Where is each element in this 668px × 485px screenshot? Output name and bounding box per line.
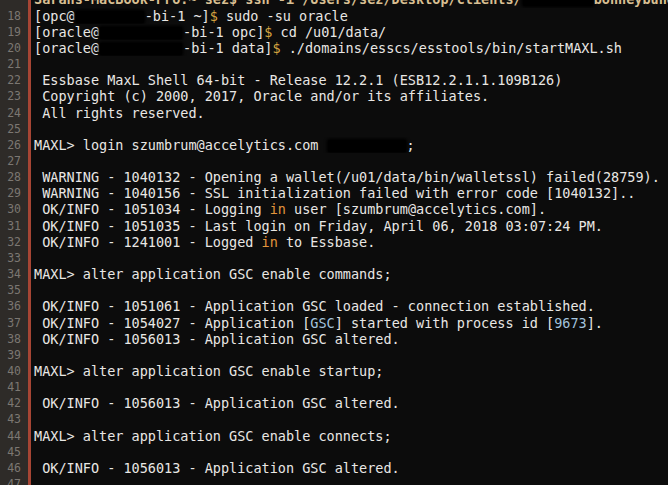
terminal-line-text bbox=[31, 56, 668, 72]
terminal-text-segment: GSC bbox=[310, 315, 334, 331]
line-number: 44 bbox=[0, 428, 31, 444]
terminal-text-segment: OK/INFO - 1241001 - Logged bbox=[34, 234, 262, 250]
terminal-text-segment: in bbox=[262, 234, 278, 250]
line-number: 32 bbox=[0, 234, 31, 250]
terminal-text-segment: -bi-1 opc] bbox=[183, 24, 264, 40]
terminal-text-segment: MAXL> alter application GSC enable conne… bbox=[34, 428, 392, 444]
line-number: 23 bbox=[0, 88, 31, 104]
redaction-box bbox=[328, 140, 406, 152]
terminal-line: 35 bbox=[0, 282, 668, 298]
line-number: 42 bbox=[0, 395, 31, 411]
terminal-text-segment: $ bbox=[210, 8, 218, 24]
terminal-line: 21 bbox=[0, 56, 668, 72]
terminal-text-segment: sudo -su oracle bbox=[218, 8, 348, 24]
terminal-line: 33 bbox=[0, 250, 668, 266]
terminal-text-segment: OK/INFO - 1056013 - Application GSC alte… bbox=[34, 460, 400, 476]
terminal-line-text bbox=[31, 250, 668, 266]
line-number: 34 bbox=[0, 266, 31, 282]
line-number: 38 bbox=[0, 331, 31, 347]
terminal-text-segment: OK/INFO - 1056013 - Application GSC alte… bbox=[34, 331, 400, 347]
terminal-line-text: Essbase MaxL Shell 64-bit - Release 12.2… bbox=[31, 72, 668, 88]
terminal-window[interactable]: Sarahs-MacBook-Pro:~ sez$ ssh -i /Users/… bbox=[0, 0, 668, 485]
terminal-line: 23 Copyright (c) 2000, 2017, Oracle and/… bbox=[0, 88, 668, 104]
terminal-line: 29 WARNING - 1040156 - SSL initializatio… bbox=[0, 185, 668, 201]
terminal-line: 24 All rights reserved. bbox=[0, 105, 668, 121]
terminal-line: 18[opc@-bi-1 ~]$ sudo -su oracle bbox=[0, 8, 668, 24]
terminal-line-text: OK/INFO - 1241001 - Logged in to Essbase… bbox=[31, 234, 668, 250]
terminal-line: 30 OK/INFO - 1051034 - Logging in user [… bbox=[0, 201, 668, 217]
terminal-text-segment: ]. bbox=[587, 315, 603, 331]
terminal-line-text: MAXL> alter application GSC enable start… bbox=[31, 363, 668, 379]
terminal-log: Sarahs-MacBook-Pro:~ sez$ ssh -i /Users/… bbox=[0, 0, 668, 485]
terminal-line-text: MAXL> alter application GSC enable conne… bbox=[31, 428, 668, 444]
terminal-line-text: WARNING - 1040156 - SSL initialization f… bbox=[31, 185, 668, 201]
line-number: 40 bbox=[0, 363, 31, 379]
line-number: 30 bbox=[0, 201, 31, 217]
line-number: 24 bbox=[0, 105, 31, 121]
terminal-line: Sarahs-MacBook-Pro:~ sez$ ssh -i /Users/… bbox=[0, 0, 668, 8]
terminal-line: 43 bbox=[0, 411, 668, 427]
line-number: 36 bbox=[0, 298, 31, 314]
terminal-line-text bbox=[31, 444, 668, 460]
terminal-line-text: [oracle@-bi-1 opc]$ cd /u01/data/ bbox=[31, 24, 668, 40]
terminal-line: 45 bbox=[0, 444, 668, 460]
terminal-text-segment: ./domains/esscs/esstools/bin/startMAXL.s… bbox=[281, 40, 622, 56]
terminal-line-text: OK/INFO - 1056013 - Application GSC alte… bbox=[31, 395, 668, 411]
terminal-line-text: Sarahs-MacBook-Pro:~ sez$ ssh -i /Users/… bbox=[31, 0, 668, 8]
terminal-line: 27 bbox=[0, 153, 668, 169]
terminal-line-text: OK/INFO - 1056013 - Application GSC alte… bbox=[31, 460, 668, 476]
redaction-box bbox=[100, 43, 182, 55]
terminal-line-text: Copyright (c) 2000, 2017, Oracle and/or … bbox=[31, 88, 668, 104]
line-number: 43 bbox=[0, 411, 31, 427]
line-number: 19 bbox=[0, 24, 31, 40]
terminal-line-text: WARNING - 1040132 - Opening a wallet(/u0… bbox=[31, 169, 668, 185]
terminal-line-text: All rights reserved. bbox=[31, 105, 668, 121]
terminal-line: 22 Essbase MaxL Shell 64-bit - Release 1… bbox=[0, 72, 668, 88]
terminal-text-segment: ; bbox=[407, 137, 415, 153]
terminal-text-segment: OK/INFO - 1051061 - Application GSC load… bbox=[34, 298, 595, 314]
terminal-text-segment: -bi-1 ~] bbox=[145, 8, 210, 24]
terminal-line: 32 OK/INFO - 1241001 - Logged in to Essb… bbox=[0, 234, 668, 250]
terminal-text-segment: Sarahs-MacBook-Pro:~ sez$ ssh -i /Users/… bbox=[34, 0, 522, 7]
line-number: 20 bbox=[0, 40, 31, 56]
terminal-line: 31 OK/INFO - 1051035 - Last login on Fri… bbox=[0, 218, 668, 234]
terminal-text-segment: OK/INFO - 1054027 - Application [ bbox=[34, 315, 310, 331]
line-number: 22 bbox=[0, 72, 31, 88]
terminal-line-text bbox=[31, 347, 668, 363]
terminal-text-segment: Copyright (c) 2000, 2017, Oracle and/or … bbox=[34, 88, 489, 104]
terminal-text-segment: [opc@ bbox=[34, 8, 75, 24]
terminal-line-text bbox=[31, 282, 668, 298]
terminal-text-segment: -bi-1 data] bbox=[183, 40, 272, 56]
terminal-text-segment: MAXL> alter application GSC enable start… bbox=[34, 363, 384, 379]
terminal-line: 42 OK/INFO - 1056013 - Application GSC a… bbox=[0, 395, 668, 411]
terminal-line-text: OK/INFO - 1051061 - Application GSC load… bbox=[31, 298, 668, 314]
line-number bbox=[0, 0, 31, 8]
terminal-line: 26MAXL> login szumbrum@accelytics.com ; bbox=[0, 137, 668, 153]
line-number: 31 bbox=[0, 218, 31, 234]
terminal-text-segment: cd /u01/data/ bbox=[272, 24, 386, 40]
terminal-text-segment: $ bbox=[272, 40, 280, 56]
terminal-line: 37 OK/INFO - 1054027 - Application [GSC]… bbox=[0, 315, 668, 331]
terminal-line: 46 OK/INFO - 1056013 - Application GSC a… bbox=[0, 460, 668, 476]
terminal-line: 19[oracle@-bi-1 opc]$ cd /u01/data/ bbox=[0, 24, 668, 40]
terminal-text-segment: OK/INFO - 1051035 - Last login on Friday… bbox=[34, 218, 603, 234]
terminal-text-segment: OK/INFO - 1051034 - Logging bbox=[34, 201, 270, 217]
terminal-line-text: MAXL> alter application GSC enable comma… bbox=[31, 266, 668, 282]
terminal-text-segment: MAXL> login szumbrum@accelytics.com bbox=[34, 137, 327, 153]
line-number: 45 bbox=[0, 444, 31, 460]
terminal-line: 39 bbox=[0, 347, 668, 363]
line-number: 28 bbox=[0, 169, 31, 185]
terminal-line: 47 bbox=[0, 476, 668, 485]
line-number: 47 bbox=[0, 476, 31, 485]
terminal-text-segment: Essbase MaxL Shell 64-bit - Release 12.2… bbox=[34, 72, 562, 88]
line-number: 27 bbox=[0, 153, 31, 169]
line-number: 39 bbox=[0, 347, 31, 363]
line-number: 25 bbox=[0, 121, 31, 137]
terminal-line-text: OK/INFO - 1051034 - Logging in user [szu… bbox=[31, 201, 668, 217]
terminal-line-text: OK/INFO - 1056013 - Application GSC alte… bbox=[31, 331, 668, 347]
terminal-line-text: [oracle@-bi-1 data]$ ./domains/esscs/ess… bbox=[31, 40, 668, 56]
terminal-text-segment: OK/INFO - 1056013 - Application GSC alte… bbox=[34, 395, 400, 411]
terminal-line: 40MAXL> alter application GSC enable sta… bbox=[0, 363, 668, 379]
terminal-text-segment: user [szumbrum@accelytics.com]. bbox=[286, 201, 546, 217]
terminal-text-segment: to Essbase. bbox=[278, 234, 376, 250]
